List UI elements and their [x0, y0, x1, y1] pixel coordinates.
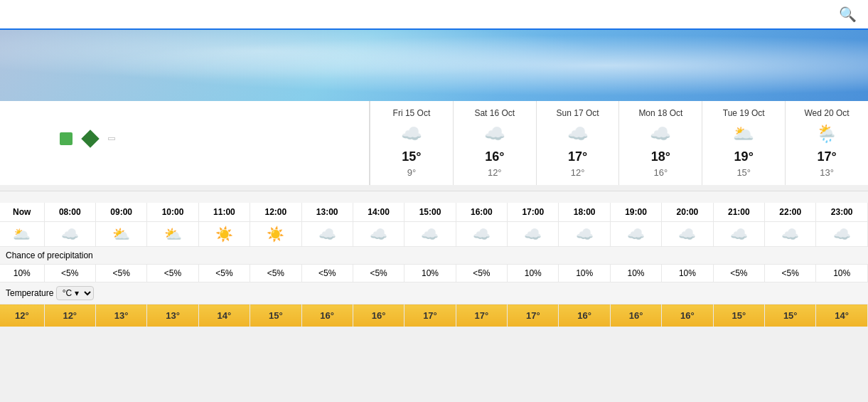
- temp-val-4: 14°: [198, 305, 250, 327]
- forecast-day-0[interactable]: Fri 15 Oct ☁️ 15° 9°: [370, 101, 453, 185]
- today-at-label: [0, 191, 868, 203]
- hour-label-6: 13:00: [301, 203, 353, 222]
- forecast-high: 17°: [568, 149, 587, 164]
- forecast-day-name: Sun 17 Oct: [557, 108, 599, 118]
- forecast-day-4[interactable]: Tue 19 Oct 🌥️ 19° 15°: [702, 101, 785, 185]
- forecast-strip: Fri 15 Oct ☁️ 15° 9° Sat 16 Oct ☁️ 16° 1…: [370, 101, 868, 185]
- precip-val-10: 10%: [508, 265, 559, 282]
- forecast-icon: ☁️: [567, 124, 589, 144]
- precip-val-16: 10%: [816, 265, 868, 282]
- temp-val-6: 16°: [301, 305, 353, 327]
- hour-icons-row: 🌥️☁️⛅⛅☀️☀️☁️☁️☁️☁️☁️☁️☁️☁️☁️☁️☁️: [0, 222, 868, 247]
- precip-val-6: <5%: [301, 265, 353, 282]
- hour-icon-16: ☁️: [816, 222, 868, 247]
- hour-icon-2: ⛅: [95, 222, 146, 247]
- hour-label-3: 10:00: [147, 203, 198, 222]
- temp-unit-select[interactable]: °C ▾°F ▾: [56, 286, 94, 300]
- forecast-day-name: Fri 15 Oct: [393, 108, 431, 118]
- precip-label-row: Chance of precipitation: [0, 247, 868, 265]
- hour-icon-14: ☁️: [713, 222, 764, 247]
- hourly-section: Now08:0009:0010:0011:0012:0013:0014:0015…: [0, 191, 868, 327]
- forecast-day-2[interactable]: Sun 17 Oct ☁️ 17° 12°: [536, 101, 619, 185]
- forecast-high: 17°: [817, 149, 836, 164]
- hour-label-2: 09:00: [95, 203, 146, 222]
- badges: [60, 132, 115, 145]
- forecast-icon: ☁️: [401, 124, 422, 144]
- precip-val-5: <5%: [250, 265, 301, 282]
- uv-badge[interactable]: [60, 132, 75, 145]
- precip-val-12: 10%: [610, 265, 661, 282]
- hour-icon-8: ☁️: [404, 222, 456, 247]
- hour-icon-11: ☁️: [559, 222, 610, 247]
- hour-label-14: 21:00: [713, 203, 764, 222]
- hour-label-12: 19:00: [610, 203, 661, 222]
- temp-val-2: 13°: [95, 305, 146, 327]
- pollen-label: [108, 137, 115, 140]
- precip-val-9: <5%: [456, 265, 507, 282]
- forecast-day-name: Sat 16 Oct: [474, 108, 515, 118]
- hour-label-15: 22:00: [765, 203, 816, 222]
- temp-val-9: 17°: [456, 305, 507, 327]
- precip-val-14: <5%: [713, 265, 764, 282]
- temp-val-7: 16°: [353, 305, 404, 327]
- pollen-badge[interactable]: [108, 137, 115, 140]
- temp-val-5: 15°: [250, 305, 301, 327]
- precip-val-1: <5%: [44, 265, 95, 282]
- temp-label: Temperature °C ▾°F ▾: [0, 282, 868, 305]
- temp-val-15: 15°: [765, 305, 816, 327]
- temp-label-row: Temperature °C ▾°F ▾: [0, 282, 868, 305]
- hour-icon-15: ☁️: [765, 222, 816, 247]
- precip-val-2: <5%: [95, 265, 146, 282]
- hour-label-11: 18:00: [559, 203, 610, 222]
- hour-label-4: 11:00: [198, 203, 250, 222]
- hour-icon-1: ☁️: [44, 222, 95, 247]
- forecast-low: 15°: [736, 167, 751, 178]
- forecast-icon: 🌦️: [816, 124, 837, 144]
- temp-val-13: 16°: [662, 305, 713, 327]
- temp-values-row: 12°12°13°13°14°15°16°16°17°17°17°16°16°1…: [0, 305, 868, 327]
- precip-label: Chance of precipitation: [0, 247, 868, 265]
- temp-val-16: 14°: [816, 305, 868, 327]
- hour-label-7: 14:00: [353, 203, 404, 222]
- forecast-day-3[interactable]: Mon 18 Oct ☁️ 18° 16°: [618, 101, 702, 185]
- hour-icon-3: ⛅: [147, 222, 198, 247]
- forecast-low: 16°: [654, 167, 668, 178]
- precip-values-row: 10%<5%<5%<5%<5%<5%<5%<5%10%<5%10%10%10%1…: [0, 265, 868, 282]
- forecast-icon: 🌥️: [733, 124, 754, 144]
- hour-label-0: Now: [0, 203, 44, 222]
- forecast-icon: ☁️: [650, 124, 671, 144]
- precip-val-11: 10%: [559, 265, 610, 282]
- forecast-high: 19°: [734, 149, 754, 164]
- forecast-day-1[interactable]: Sat 16 Oct ☁️ 16° 12°: [453, 101, 536, 185]
- uv-level-box: [60, 132, 73, 145]
- hour-label-8: 15:00: [404, 203, 456, 222]
- forecast-day-5[interactable]: Wed 20 Oct 🌦️ 17° 13°: [785, 101, 868, 185]
- forecast-icon: ☁️: [484, 124, 505, 144]
- forecast-low: 13°: [820, 167, 834, 178]
- hour-icon-0: 🌥️: [0, 222, 44, 247]
- forecast-low: 12°: [571, 167, 585, 178]
- forecast-low: 12°: [488, 167, 502, 178]
- precip-val-15: <5%: [765, 265, 816, 282]
- hero-image: [0, 30, 868, 101]
- hour-icon-10: ☁️: [508, 222, 559, 247]
- hour-label-5: 12:00: [250, 203, 301, 222]
- hour-icon-6: ☁️: [301, 222, 353, 247]
- temp-val-14: 15°: [713, 305, 764, 327]
- hour-icon-12: ☁️: [610, 222, 661, 247]
- hour-icon-9: ☁️: [456, 222, 507, 247]
- forecast-high: 16°: [485, 149, 504, 164]
- hour-icon-5: ☀️: [250, 222, 301, 247]
- search-button[interactable]: 🔍: [839, 6, 857, 23]
- pollution-badge[interactable]: [84, 132, 100, 145]
- pollution-diamond: [81, 129, 99, 147]
- header: 🔍: [0, 0, 868, 30]
- hour-label-10: 17:00: [508, 203, 559, 222]
- precip-val-13: 10%: [662, 265, 713, 282]
- temp-val-1: 12°: [44, 305, 95, 327]
- forecast-day-name: Mon 18 Oct: [638, 108, 682, 118]
- hour-labels-row: Now08:0009:0010:0011:0012:0013:0014:0015…: [0, 203, 868, 222]
- precip-val-8: 10%: [404, 265, 456, 282]
- hour-label-1: 08:00: [44, 203, 95, 222]
- hour-label-16: 23:00: [816, 203, 868, 222]
